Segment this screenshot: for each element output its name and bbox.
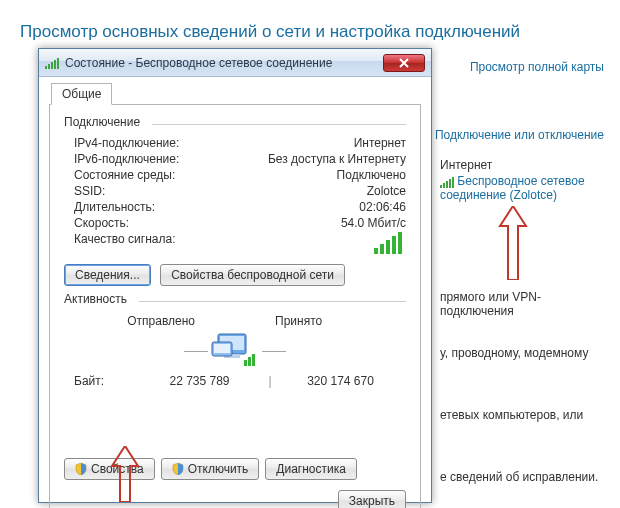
bytes-sent-value: 22 735 789 — [134, 374, 265, 388]
close-button[interactable] — [383, 54, 425, 72]
dialog-title: Состояние - Беспроводное сетевое соедине… — [65, 56, 383, 70]
dialog-close-button[interactable]: Закрыть — [338, 490, 406, 508]
svg-rect-6 — [248, 357, 251, 366]
link-conn-toggle[interactable]: Подключение или отключение — [435, 128, 604, 142]
wireless-properties-button[interactable]: Свойства беспроводной сети — [160, 264, 345, 286]
group-connection-label: Подключение — [64, 115, 146, 129]
network-activity-icon — [208, 330, 262, 372]
svg-rect-4 — [214, 344, 230, 353]
bytes-received-value: 320 174 670 — [275, 374, 406, 388]
diagnose-button[interactable]: Диагностика — [265, 458, 357, 480]
details-button[interactable]: Сведения... — [64, 264, 151, 286]
bg-fragment: е сведений об исправлении. — [440, 470, 604, 484]
annotation-arrow-icon — [110, 446, 140, 502]
svg-rect-7 — [252, 354, 255, 366]
signal-bars-icon — [440, 176, 454, 188]
tab-general[interactable]: Общие — [51, 83, 112, 105]
tabstrip: Общие — [49, 83, 421, 105]
svg-rect-5 — [244, 360, 247, 366]
link-full-map[interactable]: Просмотр полной карты — [470, 60, 604, 74]
connection-table: IPv4-подключение:Интернет IPv6-подключен… — [64, 135, 406, 258]
bytes-label: Байт: — [64, 374, 134, 388]
bg-fragment: у, проводному, модемному — [440, 346, 604, 360]
annotation-arrow-icon — [498, 206, 528, 280]
shield-icon — [75, 463, 87, 475]
bg-fragment: прямого или VPN-подключения — [440, 290, 604, 318]
shield-icon — [172, 463, 184, 475]
sent-label: Отправлено — [72, 314, 205, 328]
received-label: Принято — [265, 314, 398, 328]
bg-fragment: етевых компьютеров, или — [440, 408, 604, 422]
titlebar[interactable]: Состояние - Беспроводное сетевое соедине… — [39, 49, 431, 77]
group-activity-label: Активность — [64, 292, 133, 306]
page-title: Просмотр основных сведений о сети и наст… — [20, 22, 520, 42]
signal-quality-icon — [374, 232, 406, 254]
disable-button[interactable]: Отключить — [161, 458, 260, 480]
internet-label: Интернет — [440, 158, 604, 172]
wireless-connection-link[interactable]: Беспроводное сетевое соединение (Zolotce… — [440, 174, 585, 202]
signal-bars-icon — [45, 57, 59, 69]
status-dialog: Состояние - Беспроводное сетевое соедине… — [38, 48, 432, 503]
